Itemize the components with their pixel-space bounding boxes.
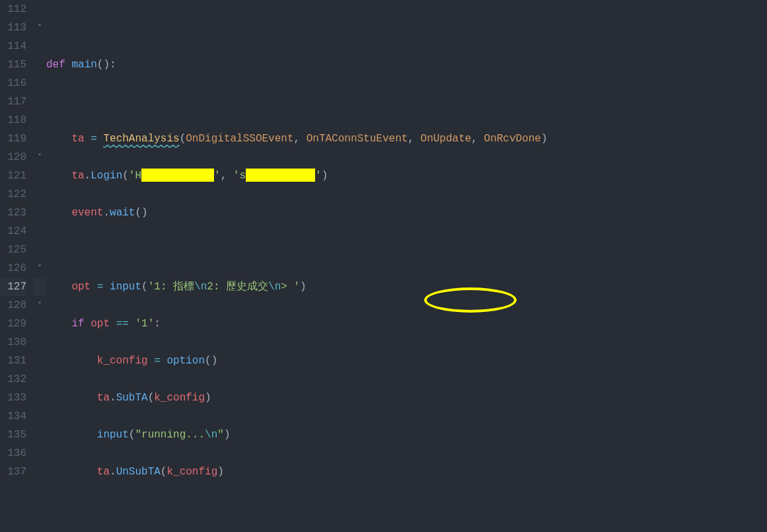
code-line[interactable]: ta.SubTA(k_config) xyxy=(46,389,767,407)
line-number: 125 xyxy=(0,241,26,259)
code-line[interactable]: event.wait() xyxy=(46,204,767,222)
line-number: 116 xyxy=(0,74,26,93)
code-line[interactable]: opt = input('1: 指標\n2: 歷史成交\n> ') xyxy=(46,278,767,296)
line-number-gutter: 112 113 114 115 116 117 118 119 120 121 … xyxy=(0,0,33,532)
line-number: 122 xyxy=(0,185,26,204)
code-line[interactable]: ta = TechAnalysis(OnDigitalSSOEvent, OnT… xyxy=(46,130,767,148)
line-number: 137 xyxy=(0,463,26,481)
line-number: 136 xyxy=(0,444,26,463)
code-editor[interactable]: 112 113 114 115 116 117 118 119 120 121 … xyxy=(0,0,767,532)
redaction-block xyxy=(141,169,214,182)
code-line[interactable]: ta.Login('H', 's') xyxy=(46,167,767,185)
line-number: 126 xyxy=(0,259,26,278)
line-number: 118 xyxy=(0,111,26,130)
line-number: 129 xyxy=(0,315,26,333)
fold-toggle-icon[interactable]: ˅ xyxy=(38,260,42,278)
fold-toggle-icon[interactable]: ˅ xyxy=(38,297,42,315)
line-number: 131 xyxy=(0,352,26,370)
line-number: 124 xyxy=(0,222,26,241)
code-line[interactable] xyxy=(46,241,767,259)
line-number: 123 xyxy=(0,204,26,222)
code-line[interactable] xyxy=(46,500,767,518)
line-number: 135 xyxy=(0,426,26,444)
line-number: 119 xyxy=(0,130,26,148)
line-number: 117 xyxy=(0,93,26,111)
code-line[interactable]: ta.UnSubTA(k_config) xyxy=(46,463,767,481)
code-line[interactable]: if opt == '1': xyxy=(46,315,767,333)
fold-toggle-icon[interactable]: ˅ xyxy=(38,149,42,167)
code-line[interactable]: def main(): xyxy=(46,56,767,74)
code-line[interactable] xyxy=(46,93,767,111)
line-number: 128 xyxy=(0,296,26,315)
line-number: 115 xyxy=(0,56,26,74)
line-number: 114 xyxy=(0,37,26,56)
line-number: 113 xyxy=(0,19,26,37)
code-line[interactable]: k_config = option() xyxy=(46,352,767,370)
line-number: 133 xyxy=(0,389,26,407)
fold-gutter: ˅ ˅ ˅ ˅ xyxy=(33,0,46,532)
line-number: 134 xyxy=(0,407,26,426)
code-area[interactable]: def main(): ta = TechAnalysis(OnDigitalS… xyxy=(46,0,767,532)
line-number: 132 xyxy=(0,370,26,389)
code-line[interactable] xyxy=(46,19,767,37)
line-number: 112 xyxy=(0,0,26,19)
line-number: 120 xyxy=(0,148,26,167)
line-number: 121 xyxy=(0,167,26,185)
code-line[interactable]: input("running...\n") xyxy=(46,426,767,444)
fold-toggle-icon[interactable]: ˅ xyxy=(38,19,42,38)
redaction-block xyxy=(246,169,315,182)
line-number: 127 xyxy=(0,278,26,296)
line-number: 130 xyxy=(0,333,26,352)
